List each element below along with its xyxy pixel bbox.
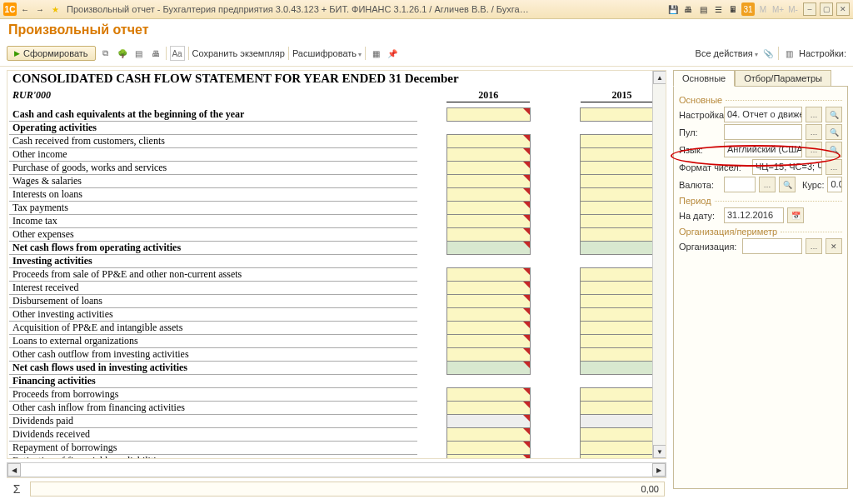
pool-input[interactable] [724,124,802,140]
setting-open[interactable]: 🔍 [826,107,842,122]
curr-open[interactable]: 🔍 [779,177,796,192]
toolbar: Сформировать ⧉ 🌳 ▤ 🖶 Aa Сохранить экземп… [0,41,853,67]
org-input[interactable] [742,238,802,254]
calc-icon[interactable]: 🖩 [726,2,740,16]
tab-main[interactable]: Основные [673,70,735,87]
print-icon[interactable]: 🖶 [681,2,695,16]
titlebar: 1C ← → ★ Произвольный отчет - Бухгалтери… [0,0,853,19]
pin-icon[interactable]: 📌 [386,47,399,60]
sum-value: 0,00 [30,482,665,497]
report-table: CONSOLIDATED CASH FLOW STATEMENT FOR YEA… [9,72,664,459]
window-title: Произвольный отчет - Бухгалтерия предпри… [67,4,533,14]
group-org: Организация/периметр [679,227,842,237]
minimize-button[interactable]: – [803,2,816,16]
fav-icon[interactable]: ★ [48,2,62,16]
setting-more[interactable]: … [806,107,822,122]
decode-dropdown[interactable]: Расшифровать [292,48,362,58]
list-icon[interactable]: ☰ [711,2,725,16]
tree-icon[interactable]: 🌳 [116,47,129,60]
sidebar-toggle-icon[interactable]: ▥ [782,47,796,60]
report-area: CONSOLIDATED CASH FLOW STATEMENT FOR YEA… [7,70,666,459]
pool-open[interactable]: 🔍 [826,124,842,140]
h-scrollbar[interactable]: ◀▶ [7,462,666,477]
all-actions[interactable]: Все действия [696,48,758,58]
lang-open[interactable]: 🔍 [826,142,842,157]
numfmt-more[interactable]: … [826,159,842,175]
sum-bar: Σ 0,00 [7,477,666,500]
grid-icon[interactable]: ▦ [369,47,382,60]
print2-icon[interactable]: 🖶 [149,47,162,60]
pool-more[interactable]: … [806,124,822,140]
date-cal[interactable]: 📅 [787,207,804,223]
group-main: Основные [679,95,842,105]
doc-icon[interactable]: ▤ [696,2,710,16]
restore-button[interactable]: ▢ [820,2,833,16]
numfmt-input[interactable]: ЧЦ=15; ЧС=3; ЧО=0 [752,159,822,175]
app-icon: 1C [3,2,17,16]
settings-panel: Основные Отбор/Параметры Основные Настро… [673,67,853,500]
settings-label: Настройки: [799,48,846,58]
tab-filter[interactable]: Отбор/Параметры [735,70,831,87]
lang-more[interactable]: … [806,142,822,157]
rate-input[interactable]: 0.0000 [827,177,842,192]
back-icon[interactable]: ← [18,2,32,16]
save-icon[interactable]: 💾 [666,2,680,16]
v-scrollbar[interactable]: ▲▼ [652,71,666,458]
date-input[interactable]: 31.12.2016 [724,207,784,223]
m-icon[interactable]: 31 [741,2,755,16]
page-title: Произвольный отчет [0,19,853,41]
m1[interactable]: M [756,2,770,16]
rows-icon[interactable]: ▤ [132,47,146,60]
fwd-icon[interactable]: → [33,2,47,16]
save-instance[interactable]: Сохранить экземпляр [192,48,285,58]
close-button[interactable]: ✕ [836,2,850,16]
lang-input[interactable]: Английский (США) [724,142,802,157]
group-period: Период [679,196,842,206]
curr-more[interactable]: … [759,177,776,192]
org-more[interactable]: … [806,238,822,254]
setting-input[interactable]: 04. Отчет о движении денеж [724,107,802,122]
font-icon[interactable]: Aa [170,46,185,61]
run-button[interactable]: Сформировать [7,46,96,61]
copy-icon[interactable]: ⧉ [99,47,112,60]
org-clear[interactable]: ✕ [826,238,842,254]
m2[interactable]: M+ [771,2,785,16]
attach-icon[interactable]: 📎 [761,47,775,60]
curr-input[interactable] [724,177,756,192]
m3[interactable]: M- [786,2,800,16]
sigma-icon: Σ [8,482,25,496]
